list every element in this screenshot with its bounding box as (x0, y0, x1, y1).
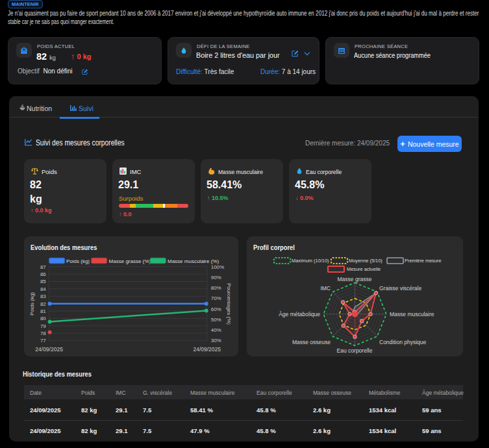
svg-text:24/09/2025: 24/09/2025 (35, 346, 63, 353)
svg-text:84: 84 (40, 286, 46, 292)
svg-text:40%: 40% (211, 327, 221, 333)
svg-text:86: 86 (40, 271, 46, 277)
svg-text:90%: 90% (211, 275, 221, 280)
svg-text:81: 81 (40, 308, 46, 314)
svg-text:Masse grasse (%): Masse grasse (%) (109, 258, 151, 264)
svg-text:85: 85 (40, 279, 46, 284)
svg-text:Masse grasse: Masse grasse (338, 276, 372, 282)
svg-text:83: 83 (40, 293, 46, 299)
svg-text:Poids (kg): Poids (kg) (66, 258, 90, 264)
svg-text:50%: 50% (211, 317, 221, 323)
svg-text:Pourcentages (%): Pourcentages (%) (226, 283, 232, 325)
svg-text:78: 78 (40, 330, 46, 336)
svg-text:Âge métabolique: Âge métabolique (279, 311, 320, 317)
svg-text:60%: 60% (211, 306, 221, 312)
svg-text:80: 80 (40, 316, 46, 321)
svg-text:Graisse viscérale: Graisse viscérale (379, 285, 421, 292)
svg-text:Eau corporelle: Eau corporelle (337, 347, 373, 354)
svg-text:IMC: IMC (320, 285, 331, 292)
svg-text:80%: 80% (211, 285, 221, 291)
svg-text:100%: 100% (211, 264, 224, 270)
svg-text:Condition physique: Condition physique (379, 339, 427, 345)
svg-text:Poids (kg): Poids (kg) (29, 292, 35, 316)
svg-text:Première mesure: Première mesure (405, 258, 442, 264)
svg-text:70%: 70% (211, 295, 221, 301)
svg-text:Maximum (10/10): Maximum (10/10) (292, 258, 329, 264)
svg-text:87: 87 (40, 264, 46, 270)
svg-text:77: 77 (40, 338, 46, 343)
svg-text:30%: 30% (211, 338, 221, 343)
svg-text:Masse osseuse: Masse osseuse (292, 339, 331, 345)
svg-text:Masse musculaire: Masse musculaire (390, 311, 434, 317)
svg-text:Moyenne (5/10): Moyenne (5/10) (349, 258, 382, 264)
svg-text:Masse musculaire (%): Masse musculaire (%) (168, 258, 219, 264)
svg-text:Mesure actuelle: Mesure actuelle (347, 266, 381, 272)
svg-text:82: 82 (40, 301, 46, 307)
svg-text:79: 79 (40, 323, 46, 329)
svg-text:24/09/2025: 24/09/2025 (193, 346, 221, 353)
